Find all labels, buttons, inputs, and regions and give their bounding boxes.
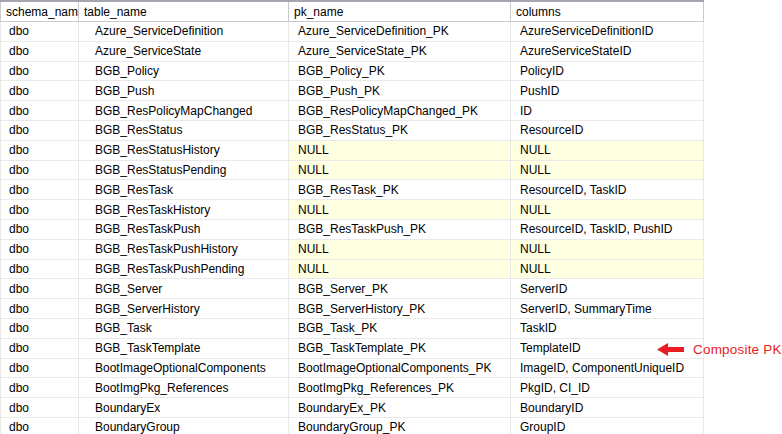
column-header-columns[interactable]: columns bbox=[511, 1, 704, 22]
cell-pk_name[interactable]: BGB_ServerHistory_PK bbox=[289, 299, 511, 319]
cell-schema_name[interactable]: dbo bbox=[1, 279, 79, 299]
cell-columns[interactable]: PushID bbox=[511, 81, 704, 101]
cell-schema_name[interactable]: dbo bbox=[1, 41, 79, 61]
table-row: dboBootImgPkg_ReferencesBootImgPkg_Refer… bbox=[1, 378, 704, 398]
cell-columns[interactable]: NULL bbox=[511, 140, 704, 160]
cell-pk_name[interactable]: Azure_ServiceDefinition_PK bbox=[289, 22, 511, 42]
cell-pk_name[interactable]: BGB_TaskTemplate_PK bbox=[289, 338, 511, 358]
cell-schema_name[interactable]: dbo bbox=[1, 120, 79, 140]
cell-table_name[interactable]: Azure_ServiceState bbox=[79, 41, 289, 61]
cell-schema_name[interactable]: dbo bbox=[1, 239, 79, 259]
cell-table_name[interactable]: BGB_ServerHistory bbox=[79, 299, 289, 319]
cell-table_name[interactable]: BGB_ResTaskPush bbox=[79, 219, 289, 239]
cell-table_name[interactable]: Azure_ServiceDefinition bbox=[79, 22, 289, 42]
cell-pk_name[interactable]: BoundaryGroup_PK bbox=[289, 417, 511, 434]
cell-columns[interactable]: BoundaryID bbox=[511, 398, 704, 418]
cell-pk_name[interactable]: NULL bbox=[289, 239, 511, 259]
table-row: dboBGB_TaskTemplateBGB_TaskTemplate_PKTe… bbox=[1, 338, 704, 358]
cell-pk_name[interactable]: BGB_Server_PK bbox=[289, 279, 511, 299]
cell-table_name[interactable]: BGB_ResStatusPending bbox=[79, 160, 289, 180]
cell-pk_name[interactable]: BootImageOptionalComponents_PK bbox=[289, 358, 511, 378]
cell-columns[interactable]: ResourceID, TaskID, PushID bbox=[511, 219, 704, 239]
cell-schema_name[interactable]: dbo bbox=[1, 61, 79, 81]
cell-schema_name[interactable]: dbo bbox=[1, 219, 79, 239]
cell-pk_name[interactable]: NULL bbox=[289, 259, 511, 279]
cell-pk_name[interactable]: BootImgPkg_References_PK bbox=[289, 378, 511, 398]
cell-columns[interactable]: ResourceID bbox=[511, 120, 704, 140]
column-header-table_name[interactable]: table_name bbox=[79, 1, 289, 22]
cell-schema_name[interactable]: dbo bbox=[1, 160, 79, 180]
header-row: schema_nametable_namepk_namecolumns bbox=[1, 1, 704, 22]
cell-pk_name[interactable]: NULL bbox=[289, 140, 511, 160]
cell-pk_name[interactable]: BGB_Policy_PK bbox=[289, 61, 511, 81]
cell-table_name[interactable]: BGB_Policy bbox=[79, 61, 289, 81]
cell-table_name[interactable]: BGB_TaskTemplate bbox=[79, 338, 289, 358]
cell-columns[interactable]: ImageID, ComponentUniqueID bbox=[511, 358, 704, 378]
cell-columns[interactable]: PolicyID bbox=[511, 61, 704, 81]
column-header-pk_name[interactable]: pk_name bbox=[289, 1, 511, 22]
cell-table_name[interactable]: BGB_Server bbox=[79, 279, 289, 299]
cell-table_name[interactable]: BoundaryGroup bbox=[79, 417, 289, 434]
table-row: dboBGB_ResStatusPendingNULLNULL bbox=[1, 160, 704, 180]
results-grid: schema_nametable_namepk_namecolumns dboA… bbox=[0, 0, 704, 434]
cell-schema_name[interactable]: dbo bbox=[1, 299, 79, 319]
cell-columns[interactable]: TaskID bbox=[511, 318, 704, 338]
table-row: dboBGB_ServerBGB_Server_PKServerID bbox=[1, 279, 704, 299]
arrow-left-icon bbox=[657, 343, 684, 356]
cell-columns[interactable]: NULL bbox=[511, 259, 704, 279]
cell-pk_name[interactable]: BGB_ResTask_PK bbox=[289, 180, 511, 200]
cell-columns[interactable]: NULL bbox=[511, 160, 704, 180]
cell-schema_name[interactable]: dbo bbox=[1, 101, 79, 121]
cell-columns[interactable]: NULL bbox=[511, 239, 704, 259]
cell-schema_name[interactable]: dbo bbox=[1, 378, 79, 398]
cell-columns[interactable]: GroupID bbox=[511, 417, 704, 434]
cell-table_name[interactable]: BoundaryEx bbox=[79, 398, 289, 418]
cell-pk_name[interactable]: BGB_Push_PK bbox=[289, 81, 511, 101]
cell-columns[interactable]: ServerID bbox=[511, 279, 704, 299]
cell-schema_name[interactable]: dbo bbox=[1, 81, 79, 101]
cell-pk_name[interactable]: NULL bbox=[289, 160, 511, 180]
cell-schema_name[interactable]: dbo bbox=[1, 417, 79, 434]
cell-table_name[interactable]: BGB_ResStatusHistory bbox=[79, 140, 289, 160]
cell-pk_name[interactable]: BGB_Task_PK bbox=[289, 318, 511, 338]
cell-pk_name[interactable]: BGB_ResStatus_PK bbox=[289, 120, 511, 140]
cell-table_name[interactable]: BGB_ResTaskPushHistory bbox=[79, 239, 289, 259]
cell-table_name[interactable]: BGB_Task bbox=[79, 318, 289, 338]
cell-columns[interactable]: AzureServiceDefinitionID bbox=[511, 22, 704, 42]
cell-columns[interactable]: ID bbox=[511, 101, 704, 121]
cell-table_name[interactable]: BGB_ResPolicyMapChanged bbox=[79, 101, 289, 121]
cell-columns[interactable]: ServerID, SummaryTime bbox=[511, 299, 704, 319]
cell-pk_name[interactable]: NULL bbox=[289, 200, 511, 220]
cell-pk_name[interactable]: BGB_ResTaskPush_PK bbox=[289, 219, 511, 239]
cell-schema_name[interactable]: dbo bbox=[1, 338, 79, 358]
cell-schema_name[interactable]: dbo bbox=[1, 398, 79, 418]
table-row: dboAzure_ServiceStateAzure_ServiceState_… bbox=[1, 41, 704, 61]
cell-table_name[interactable]: BootImgPkg_References bbox=[79, 378, 289, 398]
cell-table_name[interactable]: BGB_ResTaskPushPending bbox=[79, 259, 289, 279]
cell-schema_name[interactable]: dbo bbox=[1, 140, 79, 160]
cell-columns[interactable]: AzureServiceStateID bbox=[511, 41, 704, 61]
cell-schema_name[interactable]: dbo bbox=[1, 200, 79, 220]
cell-pk_name[interactable]: BoundaryEx_PK bbox=[289, 398, 511, 418]
cell-table_name[interactable]: BootImageOptionalComponents bbox=[79, 358, 289, 378]
column-header-schema_name[interactable]: schema_name bbox=[1, 1, 79, 22]
cell-table_name[interactable]: BGB_ResTask bbox=[79, 180, 289, 200]
cell-schema_name[interactable]: dbo bbox=[1, 358, 79, 378]
cell-table_name[interactable]: BGB_ResStatus bbox=[79, 120, 289, 140]
cell-columns[interactable]: ResourceID, TaskID bbox=[511, 180, 704, 200]
cell-columns[interactable]: PkgID, CI_ID bbox=[511, 378, 704, 398]
cell-schema_name[interactable]: dbo bbox=[1, 180, 79, 200]
cell-pk_name[interactable]: Azure_ServiceState_PK bbox=[289, 41, 511, 61]
cell-schema_name[interactable]: dbo bbox=[1, 318, 79, 338]
table-row: dboBGB_ResStatusBGB_ResStatus_PKResource… bbox=[1, 120, 704, 140]
table-row: dboBoundaryExBoundaryEx_PKBoundaryID bbox=[1, 398, 704, 418]
cell-pk_name[interactable]: BGB_ResPolicyMapChanged_PK bbox=[289, 101, 511, 121]
cell-table_name[interactable]: BGB_ResTaskHistory bbox=[79, 200, 289, 220]
cell-schema_name[interactable]: dbo bbox=[1, 22, 79, 42]
table-row: dboBGB_ResStatusHistoryNULLNULL bbox=[1, 140, 704, 160]
cell-schema_name[interactable]: dbo bbox=[1, 259, 79, 279]
cell-columns[interactable]: NULL bbox=[511, 200, 704, 220]
cell-table_name[interactable]: BGB_Push bbox=[79, 81, 289, 101]
table-row: dboBGB_ResTaskPushPendingNULLNULL bbox=[1, 259, 704, 279]
table-row: dboBGB_TaskBGB_Task_PKTaskID bbox=[1, 318, 704, 338]
